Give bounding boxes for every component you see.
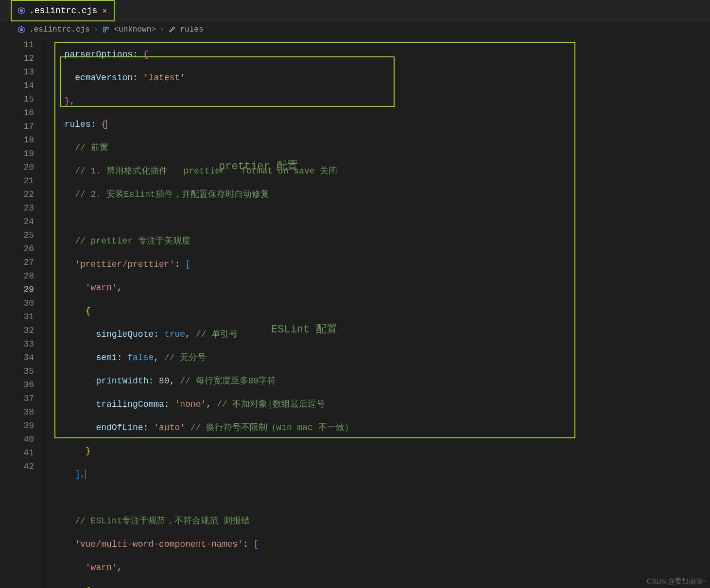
svg-marker-3 (20, 28, 23, 32)
tab-filename: .eslintrc.cjs (29, 6, 97, 16)
chevron-right-icon: › (94, 25, 99, 34)
eslint-icon (17, 26, 25, 34)
code-editor[interactable]: 1112131415161718192021222324252627282930… (0, 38, 710, 588)
code-content[interactable]: parserOptions: { ecmaVersion: 'latest' }… (45, 38, 710, 588)
eslint-icon (17, 7, 25, 15)
breadcrumb-prop: rules (180, 25, 203, 34)
breadcrumb[interactable]: .eslintrc.cjs › <unknown> › rules (0, 21, 710, 38)
chevron-right-icon: › (160, 25, 165, 34)
close-icon[interactable]: ✕ (101, 6, 108, 16)
svg-marker-1 (20, 9, 23, 13)
line-number-gutter: 1112131415161718192021222324252627282930… (0, 38, 45, 588)
tab-bar: .eslintrc.cjs ✕ (0, 0, 710, 21)
breadcrumb-file: .eslintrc.cjs (29, 25, 90, 34)
breadcrumb-scope: <unknown> (114, 25, 156, 34)
watermark: CSDN @要加油哦~ (647, 577, 706, 586)
module-icon (102, 26, 110, 34)
tab-eslintrc[interactable]: .eslintrc.cjs ✕ (11, 0, 115, 21)
wrench-icon (168, 26, 176, 34)
